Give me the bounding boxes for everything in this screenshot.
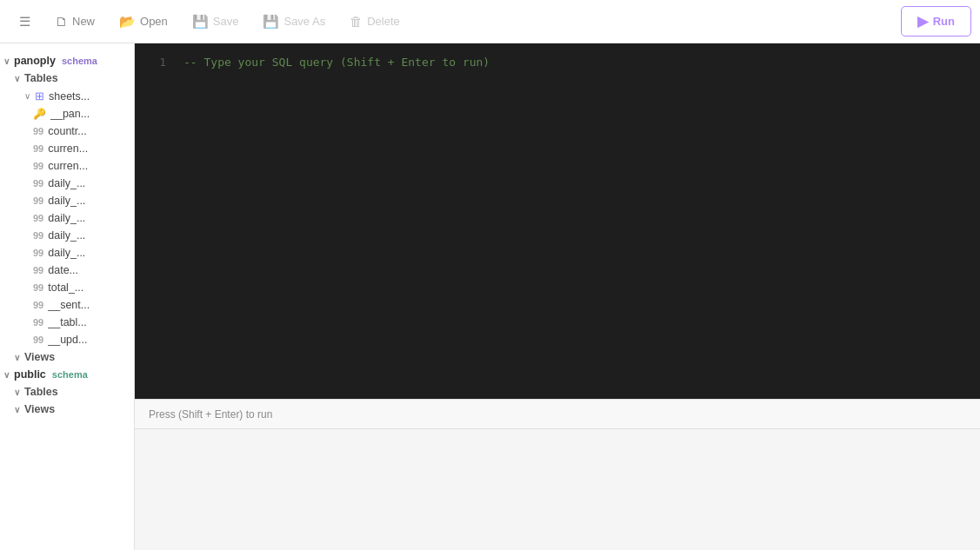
field-name: __pan...	[50, 108, 90, 120]
views-section[interactable]: ∨ Views	[0, 348, 134, 366]
sql-placeholder-comment: -- Type your SQL query (Shift + Enter to…	[183, 54, 490, 72]
open-icon: 📂	[119, 14, 136, 30]
field-icon: 99	[33, 317, 43, 328]
field-icon: 99	[33, 195, 43, 206]
new-icon: 🗋	[55, 14, 68, 29]
line-number: 1	[149, 54, 166, 72]
editor-area: 1 -- Type your SQL query (Shift + Enter …	[135, 43, 980, 550]
field-name: daily_...	[48, 212, 85, 224]
field-icon: 99	[33, 126, 43, 136]
table-name: sheets...	[49, 90, 90, 103]
field-name: daily_...	[48, 229, 85, 242]
chevron-down-icon: ∨	[14, 353, 20, 362]
field-icon: 99	[33, 230, 43, 241]
new-button[interactable]: 🗋 New	[44, 9, 105, 34]
field-date[interactable]: 99 date...	[0, 262, 134, 279]
chevron-down-icon: ∨	[3, 56, 10, 66]
field-name: curren...	[48, 142, 88, 155]
public-views-section[interactable]: ∨ Views	[0, 401, 134, 418]
views-label: Views	[24, 351, 55, 363]
key-icon: 🔑	[33, 108, 46, 120]
field-icon: 99	[33, 178, 43, 189]
field-daily4[interactable]: 99 daily_...	[0, 227, 134, 244]
sidebar: ∨ panoply schema ∨ Tables ∨ ⊞ sheets... …	[0, 43, 135, 550]
open-button[interactable]: 📂 Open	[109, 9, 178, 35]
field-daily2[interactable]: 99 daily_...	[0, 192, 134, 209]
field-pan[interactable]: 🔑 __pan...	[0, 105, 134, 123]
tables-label2: Tables	[24, 386, 58, 398]
save-button[interactable]: 💾 Save	[182, 9, 250, 35]
run-icon: ▶	[917, 13, 928, 30]
field-daily3[interactable]: 99 daily_...	[0, 209, 134, 227]
views-label2: Views	[24, 403, 55, 415]
field-name: date...	[48, 264, 78, 276]
table-sheets[interactable]: ∨ ⊞ sheets...	[0, 87, 134, 105]
save-as-icon: 💾	[263, 14, 279, 30]
root2-name: public	[14, 368, 46, 381]
field-curren1[interactable]: 99 curren...	[0, 140, 134, 157]
delete-icon: 🗑	[350, 14, 363, 29]
run-button[interactable]: ▶ Run	[901, 6, 971, 36]
chevron-down-icon: ∨	[24, 91, 30, 101]
tables-section[interactable]: ∨ Tables	[0, 70, 134, 87]
tables-label: Tables	[24, 72, 58, 84]
field-upd[interactable]: 99 __upd...	[0, 331, 134, 348]
field-daily5[interactable]: 99 daily_...	[0, 244, 134, 262]
field-name: __tabl...	[48, 316, 86, 328]
field-name: daily_...	[48, 247, 85, 259]
field-name: total_...	[48, 282, 83, 294]
table-icon: ⊞	[35, 89, 44, 103]
sidebar-toggle-icon: ☰	[19, 14, 30, 30]
save-as-button[interactable]: 💾 Save As	[252, 9, 336, 35]
root-name: panoply	[14, 55, 56, 67]
code-line-1: 1 -- Type your SQL query (Shift + Enter …	[149, 54, 966, 72]
main-layout: ∨ panoply schema ∨ Tables ∨ ⊞ sheets... …	[0, 43, 980, 550]
chevron-down-icon: ∨	[14, 388, 20, 397]
root-public[interactable]: ∨ public schema	[0, 366, 134, 383]
field-name: countr...	[48, 125, 86, 137]
field-icon: 99	[33, 248, 43, 258]
field-icon: 99	[33, 213, 43, 223]
field-total[interactable]: 99 total_...	[0, 279, 134, 296]
field-name: __upd...	[48, 334, 87, 346]
root-schema-badge: schema	[62, 56, 97, 66]
field-name: __sent...	[48, 299, 90, 311]
field-icon: 99	[33, 161, 43, 171]
field-curren2[interactable]: 99 curren...	[0, 157, 134, 175]
field-icon: 99	[33, 265, 43, 275]
field-countr[interactable]: 99 countr...	[0, 123, 134, 140]
field-daily1[interactable]: 99 daily_...	[0, 175, 134, 192]
toggle-sidebar-button[interactable]: ☰	[9, 9, 41, 35]
field-icon: 99	[33, 335, 43, 345]
delete-button[interactable]: 🗑 Delete	[339, 9, 410, 34]
root2-schema-badge: schema	[52, 369, 88, 380]
field-name: daily_...	[48, 177, 85, 189]
field-name: curren...	[48, 160, 88, 172]
toolbar: ☰ 🗋 New 📂 Open 💾 Save 💾 Save As 🗑 Delete…	[0, 0, 980, 43]
field-icon: 99	[33, 300, 43, 310]
editor-footer: Press (Shift + Enter) to run	[135, 399, 980, 428]
field-sent[interactable]: 99 __sent...	[0, 296, 134, 314]
save-icon: 💾	[192, 14, 209, 30]
chevron-down-icon: ∨	[14, 405, 20, 414]
field-tabl[interactable]: 99 __tabl...	[0, 314, 134, 331]
field-icon: 99	[33, 143, 43, 154]
chevron-down-icon: ∨	[14, 74, 20, 83]
root-panoply[interactable]: ∨ panoply schema	[0, 52, 134, 70]
field-name: daily_...	[48, 195, 85, 207]
footer-hint: Press (Shift + Enter) to run	[149, 408, 272, 421]
public-tables-section[interactable]: ∨ Tables	[0, 383, 134, 401]
results-area	[135, 428, 980, 550]
chevron-down-icon: ∨	[3, 370, 10, 380]
field-icon: 99	[33, 282, 43, 293]
sql-editor[interactable]: 1 -- Type your SQL query (Shift + Enter …	[135, 43, 980, 399]
